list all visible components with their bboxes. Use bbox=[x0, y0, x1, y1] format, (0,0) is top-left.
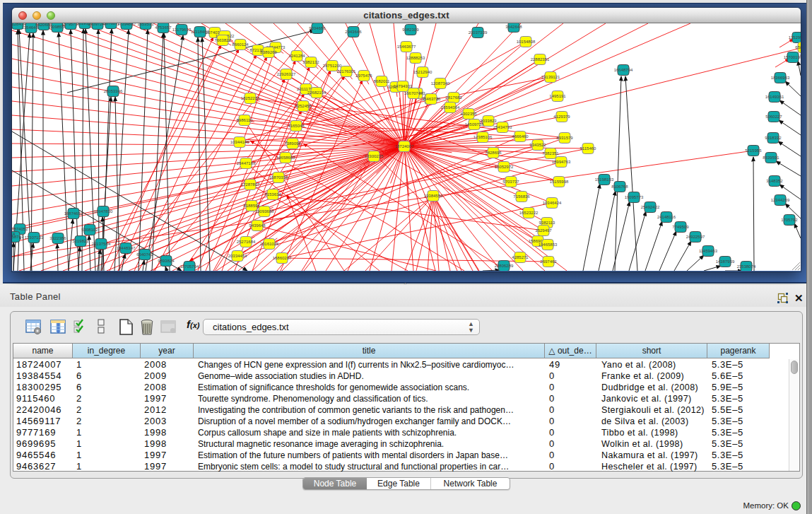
svg-text:16523222: 16523222 bbox=[519, 211, 539, 215]
svg-text:18366963: 18366963 bbox=[771, 76, 790, 80]
svg-text:4165048: 4165048 bbox=[288, 124, 305, 128]
svg-text:15463677: 15463677 bbox=[397, 45, 416, 49]
svg-text:9153634: 9153634 bbox=[264, 192, 281, 197]
svg-text:18994763: 18994763 bbox=[552, 160, 571, 164]
svg-text:5060227: 5060227 bbox=[765, 115, 782, 119]
svg-text:3529497: 3529497 bbox=[535, 228, 552, 233]
svg-text:5703737: 5703737 bbox=[502, 180, 519, 184]
svg-text:13179613: 13179613 bbox=[172, 28, 192, 32]
svg-text:5219822: 5219822 bbox=[72, 239, 89, 243]
svg-text:7382351: 7382351 bbox=[542, 151, 559, 156]
svg-text:16648794: 16648794 bbox=[614, 68, 633, 72]
svg-text:9893824: 9893824 bbox=[158, 259, 175, 263]
svg-text:7663822: 7663822 bbox=[214, 38, 231, 42]
svg-text:28053346: 28053346 bbox=[104, 89, 123, 93]
svg-text:12888253: 12888253 bbox=[406, 56, 425, 60]
svg-text:1241284: 1241284 bbox=[288, 54, 305, 58]
svg-text:23300235: 23300235 bbox=[365, 154, 384, 158]
svg-text:16860207: 16860207 bbox=[273, 256, 292, 260]
svg-text:22806289: 22806289 bbox=[495, 264, 514, 268]
svg-text:9318332: 9318332 bbox=[765, 136, 782, 140]
svg-text:9343522: 9343522 bbox=[529, 143, 546, 147]
svg-text:4753657: 4753657 bbox=[155, 25, 172, 30]
svg-text:2975475: 2975475 bbox=[355, 74, 372, 78]
svg-text:15198153: 15198153 bbox=[595, 177, 614, 182]
svg-text:19465853: 19465853 bbox=[539, 243, 558, 247]
svg-text:4252458: 4252458 bbox=[295, 104, 312, 108]
svg-text:11459463: 11459463 bbox=[699, 249, 718, 253]
svg-text:14658665: 14658665 bbox=[276, 156, 295, 160]
svg-text:12344269: 12344269 bbox=[771, 198, 790, 202]
svg-text:24148116: 24148116 bbox=[657, 215, 676, 219]
svg-text:9034686: 9034686 bbox=[309, 26, 326, 30]
svg-text:8389269: 8389269 bbox=[260, 50, 277, 54]
svg-text:7389096: 7389096 bbox=[284, 141, 301, 146]
svg-text:13529912: 13529912 bbox=[789, 35, 801, 40]
svg-text:16870338: 16870338 bbox=[269, 175, 288, 180]
svg-text:14509728: 14509728 bbox=[465, 122, 484, 127]
svg-text:22176301: 22176301 bbox=[337, 69, 356, 74]
svg-text:17307133: 17307133 bbox=[25, 235, 44, 240]
svg-text:6540741: 6540741 bbox=[136, 252, 153, 257]
svg-text:6580474: 6580474 bbox=[795, 45, 801, 49]
svg-text:24922597: 24922597 bbox=[686, 235, 705, 239]
svg-text:24751200: 24751200 bbox=[323, 64, 342, 68]
svg-text:4302355: 4302355 bbox=[460, 112, 477, 116]
svg-text:9382113: 9382113 bbox=[539, 221, 556, 225]
svg-text:7428696: 7428696 bbox=[485, 151, 502, 155]
svg-text:25434793: 25434793 bbox=[493, 125, 512, 129]
svg-text:25463726: 25463726 bbox=[422, 97, 441, 101]
svg-text:1705792: 1705792 bbox=[781, 218, 798, 222]
svg-text:8931579: 8931579 bbox=[556, 136, 573, 140]
svg-text:16670747: 16670747 bbox=[404, 91, 423, 95]
svg-text:23538074: 23538074 bbox=[737, 264, 756, 269]
svg-text:2943646: 2943646 bbox=[345, 30, 362, 34]
svg-text:21353914: 21353914 bbox=[12, 232, 16, 236]
svg-text:17394887: 17394887 bbox=[117, 23, 136, 26]
svg-text:20037339: 20037339 bbox=[469, 30, 488, 35]
svg-text:10154808: 10154808 bbox=[517, 40, 536, 44]
svg-text:22926327: 22926327 bbox=[277, 72, 296, 76]
svg-text:23137564: 23137564 bbox=[92, 242, 111, 246]
svg-text:7749509: 7749509 bbox=[672, 225, 689, 229]
svg-text:23594364: 23594364 bbox=[441, 105, 460, 110]
svg-text:15700199: 15700199 bbox=[784, 55, 801, 59]
svg-text:25492422: 25492422 bbox=[641, 205, 660, 209]
svg-text:5215955: 5215955 bbox=[745, 148, 762, 153]
svg-text:3382132: 3382132 bbox=[302, 60, 319, 64]
svg-text:5308102: 5308102 bbox=[81, 228, 98, 232]
svg-text:23447169: 23447169 bbox=[237, 161, 256, 165]
svg-text:15155998: 15155998 bbox=[550, 180, 569, 184]
svg-text:5439648: 5439648 bbox=[249, 223, 266, 228]
svg-text:8986110: 8986110 bbox=[237, 118, 254, 122]
svg-text:20161026: 20161026 bbox=[260, 242, 279, 246]
svg-text:8682011: 8682011 bbox=[374, 79, 391, 83]
svg-text:15212940: 15212940 bbox=[413, 70, 433, 74]
svg-text:18705794: 18705794 bbox=[180, 264, 199, 269]
svg-text:18874652: 18874652 bbox=[64, 211, 83, 216]
svg-text:19139121: 19139121 bbox=[541, 75, 560, 79]
svg-text:10346424: 10346424 bbox=[543, 201, 562, 205]
svg-text:7156836: 7156836 bbox=[513, 194, 530, 199]
svg-text:18724007: 18724007 bbox=[395, 144, 414, 148]
svg-text:19384554: 19384554 bbox=[424, 194, 443, 198]
svg-text:16149361: 16149361 bbox=[765, 95, 784, 99]
svg-text:19095773: 19095773 bbox=[625, 195, 644, 199]
svg-text:3874052: 3874052 bbox=[12, 227, 28, 231]
svg-text:4285271: 4285271 bbox=[512, 255, 529, 259]
svg-text:9115460: 9115460 bbox=[580, 146, 597, 151]
svg-text:16052972: 16052972 bbox=[495, 165, 514, 169]
svg-text:10344146: 10344146 bbox=[230, 140, 249, 144]
svg-text:12087340: 12087340 bbox=[431, 81, 450, 86]
svg-text:14387959: 14387959 bbox=[716, 259, 735, 264]
svg-text:2817683: 2817683 bbox=[445, 95, 462, 100]
svg-text:19448347: 19448347 bbox=[117, 246, 136, 250]
svg-text:18252216: 18252216 bbox=[241, 96, 260, 100]
svg-text:3642648: 3642648 bbox=[505, 25, 522, 29]
svg-text:4129379: 4129379 bbox=[553, 115, 570, 119]
svg-text:2697462: 2697462 bbox=[540, 259, 557, 264]
svg-text:16947830: 16947830 bbox=[94, 209, 113, 214]
svg-text:17287807: 17287807 bbox=[241, 182, 260, 187]
svg-text:4666460: 4666460 bbox=[512, 134, 529, 139]
svg-text:8539591: 8539591 bbox=[763, 156, 779, 160]
